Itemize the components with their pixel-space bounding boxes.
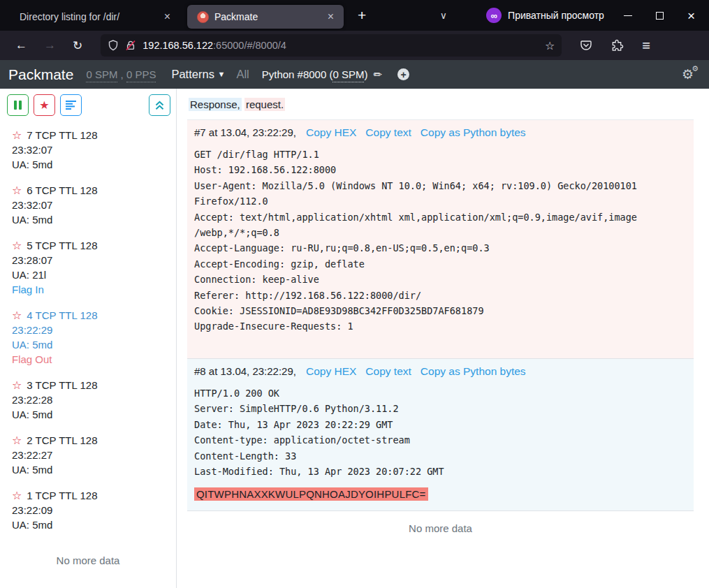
card-links: Copy HEXCopy textCopy as Python bytes <box>306 126 535 139</box>
menu-hamburger-icon[interactable]: ≡ <box>642 38 650 54</box>
main-no-more-data: No more data <box>187 511 694 545</box>
all-services-link[interactable]: All <box>236 68 249 81</box>
legend-response-chip: Response, <box>189 98 242 111</box>
packet-user-agent: UA: 5md <box>12 462 169 477</box>
pause-icon <box>14 101 22 110</box>
packet-user-agent: UA: 21l <box>12 267 169 282</box>
edit-pencil-icon[interactable]: ✏ <box>373 68 382 81</box>
bookmark-star-icon[interactable]: ☆ <box>545 39 555 52</box>
tab-title: Packmate <box>214 11 319 22</box>
copy-as-python-bytes-link[interactable]: Copy as Python bytes <box>421 365 526 377</box>
pause-capture-button[interactable] <box>7 94 29 116</box>
insecure-lock-icon[interactable] <box>125 40 136 51</box>
packet-list-item[interactable]: ☆ 5 TCP TTL 128 23:28:07 UA: 21l Flag In <box>0 238 176 297</box>
copy-text-link[interactable]: Copy text <box>365 126 411 138</box>
packet-star-icon[interactable]: ☆ <box>12 378 22 392</box>
packet-user-agent: UA: 5md <box>12 212 169 227</box>
packmate-navbar: Packmate 0 SPM , 0 PPS Patterns ▼ All Py… <box>0 60 709 89</box>
card-list: #7 at 13.04, 23:22:29, Copy HEXCopy text… <box>187 119 694 511</box>
packet-time: 23:22:27 <box>12 448 169 462</box>
card-title: #7 at 13.04, 23:22:29, <box>194 126 296 138</box>
copy-text-link[interactable]: Copy text <box>365 365 411 377</box>
minimize-button[interactable] <box>624 15 632 16</box>
url-bar[interactable]: 192.168.56.122:65000/#/8000/4 ☆ <box>101 34 562 57</box>
packet-star-icon[interactable]: ☆ <box>12 238 22 253</box>
packet-time: 23:32:07 <box>12 142 169 157</box>
packet-star-icon[interactable]: ☆ <box>12 433 22 448</box>
copy-hex-link[interactable]: Copy HEX <box>306 365 356 377</box>
pocket-icon[interactable] <box>580 39 592 52</box>
small-gear-icon: ⚙ <box>692 64 699 73</box>
private-label: Приватный просмотр <box>508 10 604 21</box>
copy-as-python-bytes-link[interactable]: Copy as Python bytes <box>421 126 526 138</box>
packet-star-icon[interactable]: ☆ <box>12 488 22 503</box>
align-left-icon <box>66 101 76 110</box>
packet-star-icon[interactable]: ☆ <box>12 128 22 142</box>
packet-user-agent: UA: 5md <box>12 517 169 532</box>
card-title: #8 at 13.04, 23:22:29, <box>194 365 296 377</box>
private-browsing-badge: ∞ Приватный просмотр <box>486 8 604 23</box>
packet-time: 23:32:07 <box>12 198 169 212</box>
active-service[interactable]: Python #8000 (0 SPM) <box>262 68 368 80</box>
packet-list-item[interactable]: ☆ 3 TCP TTL 128 23:22:28 UA: 5md <box>0 378 176 422</box>
packet-user-agent: UA: 5md <box>12 157 169 172</box>
packet-time: 23:22:29 <box>12 323 169 337</box>
packet-label: 2 TCP TTL 128 <box>27 433 97 448</box>
forward-icon: → <box>36 38 64 52</box>
packet-user-agent: UA: 5md <box>12 337 169 352</box>
legend-request-chip: request. <box>244 98 285 111</box>
window-controls: × <box>624 9 695 22</box>
packet-list-item[interactable]: ☆ 1 TCP TTL 128 23:22:09 UA: 5md <box>0 488 176 532</box>
service-spm: 0 SPM <box>332 68 364 82</box>
card-links: Copy HEXCopy textCopy as Python bytes <box>306 365 535 378</box>
tab-close-icon[interactable]: × <box>325 10 337 23</box>
patterns-label: Patterns <box>171 68 214 80</box>
packet-star-icon[interactable]: ☆ <box>12 183 22 198</box>
flag-line: QITWPHNAXXKWULPQNHOAJDYOIHPULFC= <box>194 488 687 501</box>
url-text[interactable]: 192.168.56.122:65000/#/8000/4 <box>142 40 539 51</box>
packet-body: GET /dir/flag HTTP/1.1 Host: 192.168.56.… <box>194 147 687 335</box>
stats-separator: , <box>117 68 126 80</box>
shield-icon[interactable] <box>108 40 119 51</box>
list-all-tabs-chevron-icon[interactable]: ∨ <box>440 10 447 21</box>
packet-card: #8 at 13.04, 23:22:29, Copy HEXCopy text… <box>187 359 694 511</box>
tab-directory-listing[interactable]: Directory listing for /dir/ × <box>10 5 180 29</box>
tab-packmate[interactable]: Packmate × <box>187 5 344 29</box>
packmate-favicon-icon <box>197 11 209 23</box>
copy-hex-link[interactable]: Copy HEX <box>306 126 356 138</box>
packet-body: HTTP/1.0 200 OK Server: SimpleHTTP/0.6 P… <box>194 385 687 479</box>
packet-label: 7 TCP TTL 128 <box>27 128 97 142</box>
private-mask-icon: ∞ <box>486 8 502 23</box>
legend: Response, request. <box>187 98 694 110</box>
patterns-dropdown[interactable]: Patterns ▼ <box>171 68 225 81</box>
packet-flag-badge[interactable]: Flag In <box>12 282 169 297</box>
service-name: Python #8000 ( <box>262 68 333 80</box>
back-icon[interactable]: ← <box>7 38 36 52</box>
packet-list-item[interactable]: ☆ 4 TCP TTL 128 23:22:29 UA: 5md Flag Ou… <box>0 308 176 367</box>
close-button[interactable]: × <box>687 9 695 22</box>
packet-star-icon[interactable]: ☆ <box>12 308 22 323</box>
content-area: ★ ☆ 7 TCP TTL 128 23:32 <box>0 89 709 588</box>
add-service-button[interactable]: + <box>397 68 409 80</box>
packet-list-item[interactable]: ☆ 2 TCP TTL 128 23:22:27 UA: 5md <box>0 433 176 477</box>
new-tab-button[interactable]: + <box>353 7 370 24</box>
list-view-button[interactable] <box>60 94 82 116</box>
extensions-puzzle-icon[interactable] <box>611 39 624 52</box>
tab-close-icon[interactable]: × <box>161 10 173 23</box>
sidebar-toolbar: ★ <box>0 94 176 116</box>
maximize-button[interactable] <box>656 12 664 20</box>
packet-list-item[interactable]: ☆ 6 TCP TTL 128 23:32:07 UA: 5md <box>0 183 176 227</box>
reload-icon[interactable]: ↻ <box>64 38 91 53</box>
app-brand[interactable]: Packmate <box>8 66 73 83</box>
favorites-filter-button[interactable]: ★ <box>34 94 55 116</box>
packet-flag-badge[interactable]: Flag Out <box>12 352 169 367</box>
packet-card: #7 at 13.04, 23:22:29, Copy HEXCopy text… <box>187 119 694 359</box>
pps-stat: 0 PPS <box>126 68 156 82</box>
card-header: #7 at 13.04, 23:22:29, Copy HEXCopy text… <box>194 126 687 139</box>
settings-cogs-icon[interactable]: ⚙⚙ <box>682 66 694 82</box>
packet-list-item[interactable]: ☆ 7 TCP TTL 128 23:32:07 UA: 5md <box>0 128 176 172</box>
service-close-paren: ) <box>364 68 367 80</box>
scroll-to-top-button[interactable] <box>149 94 170 116</box>
packet-sidebar: ★ ☆ 7 TCP TTL 128 23:32 <box>0 89 177 588</box>
packet-user-agent: UA: 5md <box>12 407 169 422</box>
